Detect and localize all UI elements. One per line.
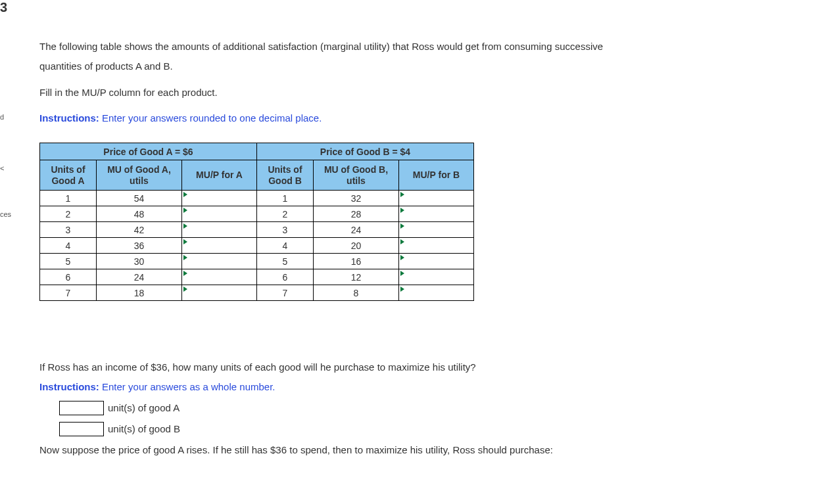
- intro-line-1: The following table shows the amounts of…: [39, 39, 788, 54]
- table-row: 530516: [40, 254, 474, 269]
- input-marker-icon: [183, 255, 187, 260]
- input-marker-icon: [400, 192, 404, 197]
- cell-mup-b-input[interactable]: [399, 254, 474, 269]
- table-row: 624612: [40, 269, 474, 285]
- cell-mup-b-input[interactable]: [399, 191, 474, 206]
- input-marker-icon: [400, 239, 404, 244]
- cell-units-a: 6: [40, 269, 97, 285]
- q2-instructions: Instructions: Enter your answers as a wh…: [39, 380, 788, 394]
- cell-mup-a-input[interactable]: [182, 206, 257, 222]
- cut-off-logo: 3: [0, 0, 13, 20]
- table-row: 154132: [40, 191, 474, 206]
- edge-fragment-1: d: [0, 113, 4, 121]
- cell-units-b: 1: [257, 191, 314, 206]
- intro-line-2: quantities of products A and B.: [39, 59, 788, 74]
- input-marker-icon: [183, 271, 187, 276]
- cell-mu-a: 42: [97, 222, 182, 238]
- input-marker-icon: [400, 255, 404, 260]
- good-a-label: unit(s) of good A: [108, 402, 180, 413]
- cell-mu-b: 12: [314, 269, 399, 285]
- table-row: 342324: [40, 222, 474, 238]
- input-marker-icon: [183, 208, 187, 213]
- cell-mup-a-input[interactable]: [182, 285, 257, 301]
- cell-mup-a-input[interactable]: [182, 222, 257, 238]
- cell-mup-a-input[interactable]: [182, 191, 257, 206]
- cell-units-b: 2: [257, 206, 314, 222]
- cell-units-a: 2: [40, 206, 97, 222]
- input-marker-icon: [183, 286, 187, 292]
- cell-mu-a: 36: [97, 238, 182, 254]
- q2-text: If Ross has an income of $36, how many u…: [39, 360, 788, 375]
- input-marker-icon: [183, 192, 187, 197]
- table-row: 71878: [40, 285, 474, 301]
- cell-units-b: 6: [257, 269, 314, 285]
- edge-fragment-2: <: [0, 164, 4, 172]
- header-units-a: Units of Good A: [40, 160, 97, 191]
- input-marker-icon: [400, 286, 404, 292]
- edge-fragment-3: ces: [0, 210, 11, 218]
- cell-units-a: 3: [40, 222, 97, 238]
- cell-units-a: 7: [40, 285, 97, 301]
- input-marker-icon: [183, 223, 187, 229]
- cell-units-b: 4: [257, 238, 314, 254]
- instructions-line: Instructions: Enter your answers rounded…: [39, 111, 788, 126]
- header-mu-a: MU of Good A, utils: [97, 160, 182, 191]
- cell-units-b: 7: [257, 285, 314, 301]
- fill-instruction: Fill in the MU/P column for each product…: [39, 85, 788, 100]
- input-marker-icon: [400, 271, 404, 276]
- q2-instructions-label: Instructions:: [39, 381, 99, 392]
- cell-mup-b-input[interactable]: [399, 269, 474, 285]
- price-header-row: Price of Good A = $6 Price of Good B = $…: [40, 143, 474, 160]
- cell-mu-a: 24: [97, 269, 182, 285]
- cell-mu-b: 16: [314, 254, 399, 269]
- input-marker-icon: [400, 208, 404, 213]
- cell-mup-a-input[interactable]: [182, 238, 257, 254]
- q2-instructions-text-value: Enter your answers as a whole number.: [102, 381, 275, 392]
- cell-mup-b-input[interactable]: [399, 222, 474, 238]
- answer-row-b: unit(s) of good B: [59, 422, 788, 436]
- cell-mup-a-input[interactable]: [182, 269, 257, 285]
- cell-mu-b: 24: [314, 222, 399, 238]
- cell-units-b: 3: [257, 222, 314, 238]
- input-marker-icon: [183, 239, 187, 244]
- header-units-b: Units of Good B: [257, 160, 314, 191]
- cell-mup-a-input[interactable]: [182, 254, 257, 269]
- cell-mu-b: 28: [314, 206, 399, 222]
- table-row: 248228: [40, 206, 474, 222]
- cell-mup-b-input[interactable]: [399, 238, 474, 254]
- good-b-label: unit(s) of good B: [108, 423, 180, 434]
- cell-units-a: 1: [40, 191, 97, 206]
- cell-units-b: 5: [257, 254, 314, 269]
- question-2-block: If Ross has an income of $36, how many u…: [39, 360, 788, 436]
- cell-mu-a: 18: [97, 285, 182, 301]
- cell-mu-a: 48: [97, 206, 182, 222]
- input-marker-icon: [400, 223, 404, 229]
- cell-mu-b: 8: [314, 285, 399, 301]
- table-row: 436420: [40, 238, 474, 254]
- price-header-a: Price of Good A = $6: [40, 143, 257, 160]
- page: 3 d < ces The following table shows the …: [0, 0, 814, 504]
- cell-mu-a: 54: [97, 191, 182, 206]
- mu-table: Price of Good A = $6 Price of Good B = $…: [39, 143, 474, 301]
- answer-row-a: unit(s) of good A: [59, 401, 788, 415]
- good-b-input[interactable]: [59, 422, 104, 436]
- instructions-text-value: Enter your answers rounded to one decima…: [102, 112, 322, 124]
- table-body: 1541322482283423244364205305166246127187…: [40, 191, 474, 301]
- good-a-input[interactable]: [59, 401, 104, 415]
- cell-mu-b: 32: [314, 191, 399, 206]
- instructions-label: Instructions:: [39, 112, 99, 124]
- cell-mu-b: 20: [314, 238, 399, 254]
- left-edge-strip: 3 d < ces: [0, 0, 13, 504]
- header-mup-a: MU/P for A: [182, 160, 257, 191]
- header-mu-b: MU of Good B, utils: [314, 160, 399, 191]
- question-content: The following table shows the amounts of…: [39, 39, 788, 462]
- header-mup-b: MU/P for B: [399, 160, 474, 191]
- cell-mup-b-input[interactable]: [399, 285, 474, 301]
- cell-mup-b-input[interactable]: [399, 206, 474, 222]
- cell-mu-a: 30: [97, 254, 182, 269]
- price-header-b: Price of Good B = $4: [257, 143, 474, 160]
- final-paragraph: Now suppose the price of good A rises. I…: [39, 443, 788, 457]
- column-header-row: Units of Good A MU of Good A, utils MU/P…: [40, 160, 474, 191]
- cell-units-a: 4: [40, 238, 97, 254]
- cell-units-a: 5: [40, 254, 97, 269]
